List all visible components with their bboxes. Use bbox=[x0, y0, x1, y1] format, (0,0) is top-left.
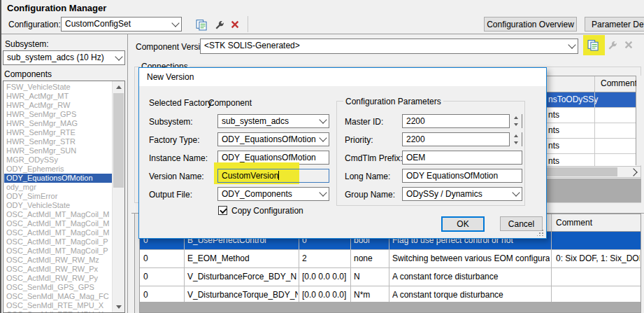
cell-description: A constant force disturbance bbox=[392, 272, 550, 281]
scrollbar-thumb[interactable] bbox=[113, 93, 124, 188]
list-item[interactable]: OSC_SenMdl_GPS_GPS bbox=[4, 283, 112, 292]
comment-column-header: Comment bbox=[601, 78, 637, 88]
chevron-down-icon bbox=[317, 133, 329, 146]
spinner-down-icon[interactable] bbox=[510, 121, 522, 128]
dlg-long-name-input[interactable]: ODY EquationsOfMotion bbox=[402, 169, 522, 183]
list-item[interactable]: OSC_ActMdl_MT_MagCoil_P bbox=[4, 237, 112, 246]
configuration-overview-button[interactable]: Configuration Overview bbox=[484, 17, 577, 32]
scroll-up-icon[interactable] bbox=[113, 81, 124, 92]
dlg-cmdtlm-prefix-label: CmdTlm Prefix: bbox=[345, 153, 403, 163]
list-item[interactable]: OSC_SenMdl_MAG_Mag_FC bbox=[4, 292, 112, 301]
list-item[interactable]: HWR_SenMgr_MAG bbox=[4, 119, 112, 128]
ok-button[interactable]: OK bbox=[441, 216, 485, 232]
cell-flag: 0 bbox=[143, 290, 182, 300]
new-version-copy-icon[interactable] bbox=[587, 39, 599, 51]
dlg-output-file-select[interactable]: ODY_Components bbox=[217, 187, 329, 201]
cell-value: [0.0 0.0 0.0] bbox=[302, 272, 349, 281]
components-scrollbar[interactable] bbox=[112, 81, 124, 312]
delete-x-icon-disabled bbox=[622, 39, 635, 51]
delete-x-icon[interactable] bbox=[229, 18, 241, 31]
chevron-down-icon bbox=[169, 18, 181, 31]
dlg-factory-type-select[interactable]: ODY_EquationsOfMotion bbox=[217, 132, 329, 146]
page-title: Configuration Manager bbox=[7, 3, 106, 13]
configuration-manager-window: Configuration Manager Configuration: Cus… bbox=[0, 0, 644, 313]
subsystem-label: Subsystem: bbox=[5, 39, 49, 49]
subsystem-select[interactable]: sub_system_adcs (10 Hz) bbox=[3, 50, 125, 65]
dialog-title: New Version bbox=[147, 72, 194, 82]
cell-comment: 0: Six DOF, 1: Six_DOF_Ext bbox=[556, 253, 640, 263]
list-item[interactable]: FSW_VehicleState bbox=[4, 83, 112, 92]
list-item[interactable]: OSC_ActMdl_MT_MagCoil_M bbox=[4, 210, 112, 219]
list-item[interactable]: OSC_ActMdl_RW_RW_Py bbox=[4, 274, 112, 283]
dialog-titlebar[interactable]: New Version bbox=[139, 68, 546, 86]
chevron-down-icon bbox=[317, 115, 329, 127]
list-item[interactable]: OSC_ActMdl_MT_MagCoil_M bbox=[4, 219, 112, 228]
list-item[interactable]: HWR_SenMgr_RTE bbox=[4, 128, 112, 137]
spinner bbox=[509, 132, 522, 146]
dlg-subsystem-label: Subsystem: bbox=[149, 117, 193, 127]
edit-wrench-icon[interactable] bbox=[213, 19, 225, 32]
dlg-factory-type-label: Factory Type: bbox=[149, 135, 199, 145]
cell-name: E_EOM_Method bbox=[187, 253, 298, 263]
connections-vscroll-strip[interactable] bbox=[636, 76, 641, 165]
parameter-detail-button[interactable]: Parameter Detail bbox=[585, 17, 644, 32]
list-item[interactable]: OSC_ActMdl_MT_MagCoil_P bbox=[4, 246, 112, 256]
list-item[interactable]: HWR_ActMgr_RW bbox=[4, 101, 112, 110]
dlg-instance-name-label: Instance Name: bbox=[149, 153, 208, 163]
list-item[interactable]: HWR_ActMgr_MT bbox=[4, 92, 112, 101]
component-column-header: Component bbox=[208, 98, 252, 108]
cell-flag: 0 bbox=[143, 272, 182, 281]
dlg-master-id-spinbox[interactable]: 2200 bbox=[402, 114, 522, 128]
list-item[interactable]: ODY_SimError bbox=[4, 192, 112, 201]
parameter-row[interactable]: 0 E_EOM_Method 2 none Switching between … bbox=[140, 250, 641, 268]
list-item[interactable]: OSC_ActMdl_MT_MagCoil_M bbox=[4, 228, 112, 237]
copy-configuration-checkbox[interactable] bbox=[218, 206, 227, 215]
list-item[interactable]: HWR_SenMgr_SUN bbox=[4, 146, 112, 155]
new-version-dialog: New Version Selected Factory: Component … bbox=[138, 67, 547, 239]
dlg-group-name-select[interactable]: ODySSy / Dynamics bbox=[402, 187, 522, 201]
cell-name: V_DisturbanceTorque_BDY_Nm bbox=[187, 290, 298, 300]
dlg-output-file-label: Output File: bbox=[149, 190, 192, 200]
cell-value: 2 bbox=[302, 253, 349, 263]
parameters-empty-area bbox=[140, 302, 641, 312]
cancel-button[interactable]: Cancel bbox=[500, 216, 543, 231]
chevron-down-icon bbox=[113, 51, 124, 64]
dlg-subsystem-select[interactable]: sub_system_adcs bbox=[217, 114, 329, 128]
parameter-row[interactable]: 0 V_DisturbanceForce_BDY_N [0.0 0.0 0.0]… bbox=[140, 268, 641, 286]
cell-unit: N*m bbox=[354, 290, 387, 300]
list-item[interactable]: ODY_Ephemeris bbox=[4, 165, 112, 174]
toolbar-separator bbox=[248, 16, 248, 32]
dlg-priority-spinbox[interactable]: 2200 bbox=[402, 132, 522, 146]
edit-wrench-icon-disabled bbox=[606, 39, 618, 52]
scroll-down-icon[interactable] bbox=[113, 301, 124, 312]
components-list: FSW_VehicleStateHWR_ActMgr_MTHWR_ActMgr_… bbox=[4, 83, 112, 313]
copy-configuration-icon[interactable] bbox=[195, 18, 208, 31]
header-divider bbox=[1, 34, 644, 34]
cell-value: [0.0 0.0 0.0] bbox=[302, 290, 349, 300]
chevron-down-icon bbox=[317, 188, 329, 200]
configuration-select[interactable]: CustomConfigSet bbox=[61, 17, 182, 32]
list-item[interactable]: OSC_SenMdl_RTE_MPU_X bbox=[4, 301, 112, 310]
panel-divider bbox=[127, 34, 128, 313]
resize-grip-icon[interactable] bbox=[537, 229, 544, 236]
list-item[interactable]: OSC_ActMdl_RW_RW_Px bbox=[4, 265, 112, 274]
spinner-down-icon[interactable] bbox=[510, 139, 522, 146]
list-item[interactable]: ody_mgr bbox=[4, 183, 112, 192]
list-item[interactable]: HWR_SenMgr_GPS bbox=[4, 110, 112, 119]
configuration-parameters-label: Configuration Parameters bbox=[343, 97, 443, 106]
list-item[interactable]: ODY_EquationsOfMotion bbox=[4, 174, 112, 183]
list-item[interactable]: MGR_ODySSy bbox=[4, 155, 112, 165]
cell-name: V_DisturbanceForce_BDY_N bbox=[187, 272, 298, 281]
dlg-long-name-label: Long Name: bbox=[345, 172, 390, 181]
text-cursor bbox=[278, 171, 279, 180]
list-item[interactable]: ODY_VehicleState bbox=[4, 201, 112, 210]
cell-unit: none bbox=[354, 253, 387, 263]
list-item[interactable]: HWR_SenMgr_STR bbox=[4, 137, 112, 146]
dlg-version-name-input[interactable]: CustomVersion bbox=[217, 169, 329, 183]
list-item[interactable]: OSC_SenMdl_RTE_MPU_X bbox=[4, 310, 112, 313]
scroll-right-icon[interactable] bbox=[629, 167, 641, 177]
dlg-cmdtlm-prefix-input[interactable]: OEM bbox=[402, 151, 522, 165]
list-item[interactable]: OSC_ActMdl_RW_RW_Mz bbox=[4, 256, 112, 265]
components-label: Components bbox=[4, 69, 52, 79]
component-version-select[interactable]: <STK SOLIS-Generated> bbox=[200, 39, 578, 54]
